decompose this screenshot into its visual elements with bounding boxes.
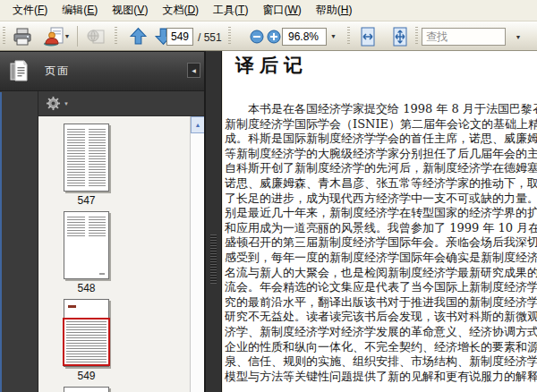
menu-document[interactable]: 文档D: [155, 0, 206, 21]
fit-page-icon: [391, 27, 409, 47]
text-line: 别是最近几十年来，新制度经济学在转型国家的经济学界的扩散: [225, 206, 535, 221]
menu-tools[interactable]: 工具T: [206, 0, 255, 21]
text-line: 本书是在各国经济学家提交给 1998 年 8 月于法国巴黎召开的: [225, 102, 535, 117]
panel-edge-highlight: [0, 92, 2, 392]
text-line: 了长足的进步，成为现代西方经济学中一支不可或缺的力量。特: [225, 192, 535, 207]
text-line: 自科斯开创了新制度经济学的先河后，新制度经济学在德姆塞茨、: [225, 161, 535, 176]
thumbnail-label: 548: [49, 282, 124, 294]
menu-edit[interactable]: 编辑E: [55, 0, 105, 21]
scroll-up-button[interactable]: ▲: [191, 116, 205, 133]
menu-file[interactable]: 文件F: [5, 0, 55, 21]
previous-page-button[interactable]: [126, 24, 150, 48]
text-line: 盛顿召开的第三届新制度经济学国际年会。亲临会场后我深切地: [225, 235, 535, 251]
thumb-text-lines: [89, 129, 107, 186]
text-line: 研究不无益处。读者读完该书后会发现，该书对科斯的新微观经: [225, 310, 535, 325]
text-line: 和应用成为一道亮丽的风景线。我曾参加了 1999 年 10 月在美国华: [225, 221, 535, 236]
toolbar: ▼ / 551: [0, 21, 537, 51]
thumb-title-mark: [68, 305, 76, 308]
email-button[interactable]: [82, 24, 109, 48]
up-arrow-icon: [129, 27, 148, 46]
toolbar-grip[interactable]: [228, 27, 231, 46]
text-line: 新制度经济学国际学会（ISNIE）第二届年会论文的基础上精选而: [225, 117, 535, 132]
pages-icon: [9, 60, 29, 83]
navigation-sidebar: 页面 ◀ ▼ 547: [0, 51, 204, 392]
send-review-dropdown-icon: ▼: [64, 33, 71, 39]
email-globe-icon: [86, 27, 106, 47]
thumbnail-label: 547: [49, 194, 124, 207]
divider-grip-handle[interactable]: [210, 234, 217, 284]
document-title: 译后记: [235, 53, 308, 78]
thumbnail-label: 549: [49, 370, 124, 382]
document-paragraph: 本书是在各国经济学家提交给 1998 年 8 月于法国巴黎召开的 新制度经济学国…: [225, 102, 535, 384]
menu-window[interactable]: 窗口W: [255, 0, 308, 21]
thumbnails-options-row: ▼: [38, 91, 204, 116]
panel-button-rail: [0, 91, 38, 392]
thumb-page-mark: [99, 273, 105, 275]
thumbnails-scrollbar[interactable]: ▲: [190, 116, 204, 392]
thumbnail-page-548[interactable]: [64, 211, 109, 279]
toolbar-separator: [77, 26, 78, 47]
toolbar-grip[interactable]: [415, 27, 418, 46]
thumb-text-lines: [67, 217, 85, 236]
menu-help[interactable]: 帮助H: [309, 0, 360, 21]
text-line: 济学、新制度经济学对经济学发展的革命意义、经济协调方式、: [225, 325, 535, 340]
text-line: 泉、信任、规则的实施、组织安排、市场结构、新制度经济学的: [225, 354, 535, 370]
zoom-out-icon: [250, 30, 264, 44]
print-button[interactable]: [9, 24, 36, 48]
main-region: 页面 ◀ ▼ 547: [0, 51, 537, 392]
send-for-review-icon: [43, 27, 64, 47]
fit-page-button[interactable]: [388, 24, 412, 48]
send-for-review-button[interactable]: ▼: [39, 24, 73, 48]
text-line: 究的最前沿水平，翻译出版该书对于推进我国的新制度经济学的: [225, 295, 535, 311]
pages-panel-title: 页面: [45, 64, 70, 79]
text-line: 模型与方法等关键性问题提供了新的见解和更有说服力的解释。: [225, 370, 535, 385]
page-number-input[interactable]: [166, 28, 193, 46]
thumbnail-page-550-partial[interactable]: [64, 387, 109, 392]
thumbnail-page-547[interactable]: [64, 124, 109, 192]
printer-icon: [13, 27, 32, 47]
fit-width-button[interactable]: [356, 24, 379, 48]
thumbnail-page-549-selected[interactable]: [64, 299, 109, 367]
zoom-level-value[interactable]: 96.8%: [282, 28, 327, 46]
find-dropdown-icon[interactable]: ▼: [512, 28, 524, 46]
options-dropdown-icon[interactable]: ▼: [64, 101, 69, 107]
collapse-panel-button[interactable]: ◀: [187, 63, 200, 78]
text-line: 成。科斯是国际新制度经济学学会的首任主席，诺思、威廉姆森: [225, 132, 535, 147]
menu-bar: 文件F 编辑E 视图V 文档D 工具T 窗口W 帮助H: [0, 0, 537, 21]
page-total-label: / 551: [198, 31, 222, 44]
toolbar-grip[interactable]: [115, 27, 117, 46]
zoom-in-icon: [267, 30, 281, 44]
toolbar-grip[interactable]: [347, 27, 350, 46]
text-line: 等新制度经济学的大腕级经济学家分别担任了后几届年会的主席。: [225, 147, 535, 162]
zoom-dropdown-icon[interactable]: ▼: [330, 33, 337, 39]
pdf-reader-window: 文件F 编辑E 视图V 文档D 工具T 窗口W 帮助H ▼: [0, 0, 537, 392]
thumb-text-lines: [66, 321, 107, 362]
panel-divider[interactable]: [204, 51, 222, 392]
zoom-in-button[interactable]: [264, 24, 284, 48]
text-line: 名流与新人的大聚会，也是检阅新制度经济学最新研究成果的交: [225, 266, 535, 281]
thumb-text-lines: [67, 129, 85, 186]
scroll-up-icon: ▲: [195, 122, 201, 128]
current-view-rectangle[interactable]: [63, 318, 110, 366]
text-line: 企业的性质和纵向一体化、不完全契约、经济增长的要素和源: [225, 340, 535, 355]
pages-panel-header: 页面 ◀: [0, 51, 204, 91]
toolbar-grip[interactable]: [3, 27, 5, 46]
thumbnails-list: 547 548 549: [38, 116, 190, 392]
collapse-arrow-icon: ◀: [192, 67, 196, 73]
text-line: 流会。年会精选的论文集应是代表了当今国际上新制度经济学研: [225, 280, 535, 295]
fit-width-icon: [359, 27, 377, 47]
menu-view[interactable]: 视图V: [105, 0, 155, 21]
find-input[interactable]: [422, 28, 506, 46]
gear-icon[interactable]: [46, 96, 61, 111]
document-page[interactable]: 译后记 本书是在各国经济学家提交给 1998 年 8 月于法国巴黎召开的 新制度…: [223, 51, 537, 392]
text-line: 感受到，每年一度的新制度经济学国际年会确实是新制度经济学: [225, 251, 535, 266]
thumb-text-lines: [89, 217, 107, 236]
text-line: 诺思、威廉姆森、青木昌彦、张五常等经济学家的推动下，取得: [225, 176, 535, 192]
